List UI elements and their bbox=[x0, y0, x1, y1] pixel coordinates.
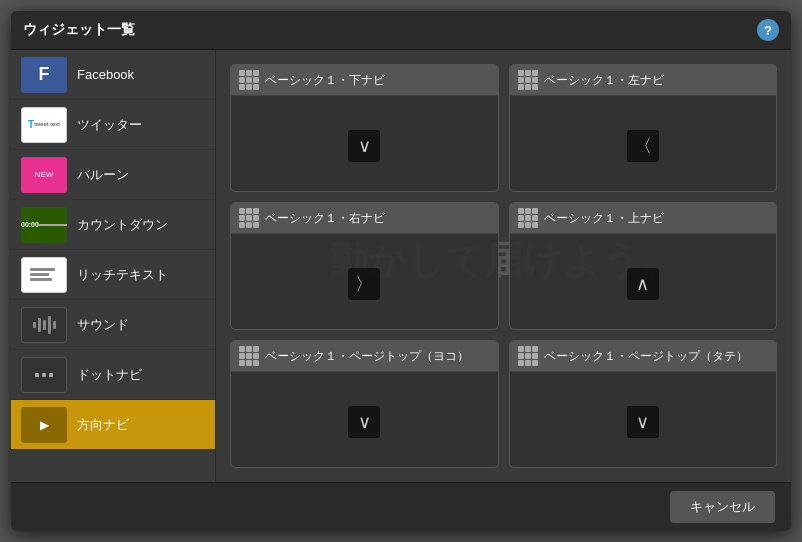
sidebar-label-dotnav: ドットナビ bbox=[77, 366, 142, 384]
widget-name-w6: ベーシック１・ページトップ（タテ） bbox=[544, 348, 748, 365]
dialog-header: ウィジェット一覧 ? bbox=[11, 11, 791, 50]
sidebar-thumb-twitter: T tweet text bbox=[21, 107, 67, 143]
widget-preview-w2: 〈 bbox=[510, 96, 777, 192]
sidebar-item-dirnav[interactable]: ▶ 方向ナビ bbox=[11, 400, 215, 450]
widget-grid-icon-2 bbox=[518, 70, 538, 90]
sidebar-thumb-countdown: 00:00 bbox=[21, 207, 67, 243]
widget-name-w3: ベーシック１・右ナビ bbox=[265, 210, 385, 227]
help-button[interactable]: ? bbox=[757, 19, 779, 41]
widget-preview-w5: ∨ bbox=[231, 372, 498, 468]
widget-preview-w1: ∨ bbox=[231, 96, 498, 192]
sidebar-thumb-dirnav: ▶ bbox=[21, 407, 67, 443]
widget-grid-icon bbox=[239, 70, 259, 90]
widget-card-header-w5: ベーシック１・ページトップ（ヨコ） bbox=[231, 341, 498, 372]
sidebar-label-facebook: Facebook bbox=[77, 67, 134, 82]
sidebar-label-balloon: バルーン bbox=[77, 166, 129, 184]
widget-card-w3[interactable]: ベーシック１・右ナビ 〉 bbox=[230, 202, 499, 330]
widget-dialog: ウィジェット一覧 ? F Facebook T tweet text ツイッター bbox=[11, 11, 791, 531]
nav-arrow-pagetop-h: ∨ bbox=[348, 406, 380, 438]
widget-card-w1[interactable]: ベーシック１・下ナビ ∨ bbox=[230, 64, 499, 192]
nav-arrow-up: ∧ bbox=[627, 268, 659, 300]
widget-name-w2: ベーシック１・左ナビ bbox=[544, 72, 664, 89]
widget-name-w1: ベーシック１・下ナビ bbox=[265, 72, 385, 89]
widget-grid-icon-5 bbox=[239, 346, 259, 366]
nav-arrow-down: ∨ bbox=[348, 130, 380, 162]
widget-grid-icon-4 bbox=[518, 208, 538, 228]
sidebar-item-countdown[interactable]: 00:00 カウントダウン bbox=[11, 200, 215, 250]
widget-card-w2[interactable]: ベーシック１・左ナビ 〈 bbox=[509, 64, 778, 192]
widget-preview-w4: ∧ bbox=[510, 234, 777, 330]
widget-card-header-w1: ベーシック１・下ナビ bbox=[231, 65, 498, 96]
sidebar-thumb-dotnav bbox=[21, 357, 67, 393]
cancel-button[interactable]: キャンセル bbox=[670, 491, 775, 523]
sidebar-label-sound: サウンド bbox=[77, 316, 129, 334]
widget-preview-w6: ∨ bbox=[510, 372, 777, 468]
widget-card-w5[interactable]: ベーシック１・ページトップ（ヨコ） ∨ bbox=[230, 340, 499, 468]
sidebar-thumb-facebook: F bbox=[21, 57, 67, 93]
widget-grid-icon-3 bbox=[239, 208, 259, 228]
dialog-title: ウィジェット一覧 bbox=[23, 21, 135, 39]
widget-preview-w3: 〉 bbox=[231, 234, 498, 330]
sidebar: F Facebook T tweet text ツイッター NEW バルーン bbox=[11, 50, 216, 482]
sidebar-thumb-balloon: NEW bbox=[21, 157, 67, 193]
sidebar-item-richtext[interactable]: リッチテキスト bbox=[11, 250, 215, 300]
widget-name-w5: ベーシック１・ページトップ（ヨコ） bbox=[265, 348, 469, 365]
sidebar-item-dotnav[interactable]: ドットナビ bbox=[11, 350, 215, 400]
sidebar-item-facebook[interactable]: F Facebook bbox=[11, 50, 215, 100]
sidebar-thumb-sound bbox=[21, 307, 67, 343]
sidebar-label-twitter: ツイッター bbox=[77, 116, 142, 134]
main-content: 動かして届けよう。 ベーシック１・下ナビ ∨ bbox=[216, 50, 791, 482]
sidebar-item-twitter[interactable]: T tweet text ツイッター bbox=[11, 100, 215, 150]
nav-arrow-pagetop-v: ∨ bbox=[627, 406, 659, 438]
sidebar-item-sound[interactable]: サウンド bbox=[11, 300, 215, 350]
widget-grid-icon-6 bbox=[518, 346, 538, 366]
dialog-body: F Facebook T tweet text ツイッター NEW バルーン bbox=[11, 50, 791, 482]
sidebar-thumb-richtext bbox=[21, 257, 67, 293]
sidebar-label-countdown: カウントダウン bbox=[77, 216, 168, 234]
nav-arrow-right: 〉 bbox=[348, 268, 380, 300]
widget-card-header-w6: ベーシック１・ページトップ（タテ） bbox=[510, 341, 777, 372]
widget-card-header-w4: ベーシック１・上ナビ bbox=[510, 203, 777, 234]
sidebar-item-balloon[interactable]: NEW バルーン bbox=[11, 150, 215, 200]
widget-card-header-w3: ベーシック１・右ナビ bbox=[231, 203, 498, 234]
sidebar-label-richtext: リッチテキスト bbox=[77, 266, 168, 284]
widgets-grid: ベーシック１・下ナビ ∨ ベーシック１・左ナビ bbox=[216, 50, 791, 482]
dialog-footer: キャンセル bbox=[11, 482, 791, 531]
widget-card-w6[interactable]: ベーシック１・ページトップ（タテ） ∨ bbox=[509, 340, 778, 468]
widget-card-w4[interactable]: ベーシック１・上ナビ ∧ bbox=[509, 202, 778, 330]
sidebar-label-dirnav: 方向ナビ bbox=[77, 416, 129, 434]
widget-name-w4: ベーシック１・上ナビ bbox=[544, 210, 664, 227]
widget-card-header-w2: ベーシック１・左ナビ bbox=[510, 65, 777, 96]
nav-arrow-left: 〈 bbox=[627, 130, 659, 162]
